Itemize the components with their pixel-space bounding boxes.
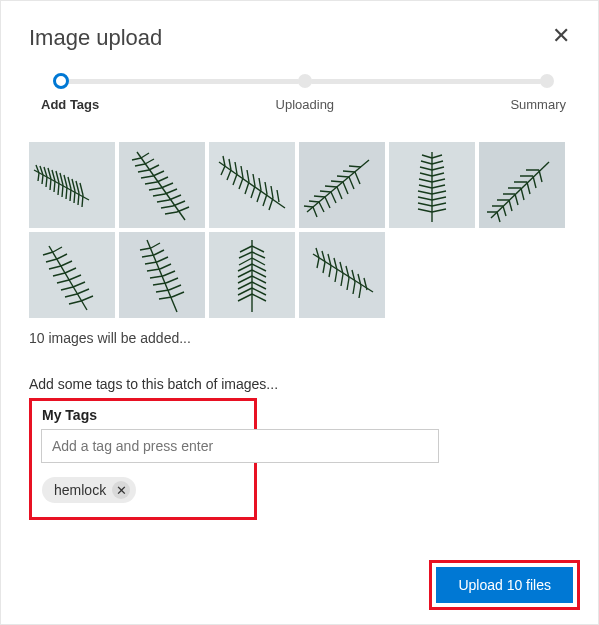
step-line xyxy=(67,79,300,84)
close-button[interactable]: ✕ xyxy=(544,21,578,51)
tag-remove-button[interactable]: ✕ xyxy=(112,481,130,499)
upload-button-highlight: Upload 10 files xyxy=(429,560,580,610)
dialog-header: Image upload ✕ xyxy=(29,21,578,51)
upload-button[interactable]: Upload 10 files xyxy=(436,567,573,603)
tag-prompt-text: Add some tags to this batch of images... xyxy=(29,376,578,392)
step-label-add-tags: Add Tags xyxy=(41,97,99,112)
stepper-labels: Add Tags Uploading Summary xyxy=(41,97,566,112)
image-thumbnail[interactable] xyxy=(119,142,205,228)
my-tags-title: My Tags xyxy=(42,407,244,423)
close-icon: ✕ xyxy=(116,484,127,497)
image-thumbnail[interactable] xyxy=(299,232,385,318)
progress-stepper xyxy=(55,73,552,89)
image-thumbnail[interactable] xyxy=(29,142,115,228)
image-thumbnail[interactable] xyxy=(209,142,295,228)
dialog-title: Image upload xyxy=(29,25,162,51)
image-upload-dialog: Image upload ✕ Add Tags Uploading Summar… xyxy=(1,1,598,624)
svg-rect-3 xyxy=(299,142,385,228)
my-tags-section: My Tags hemlock ✕ xyxy=(29,398,257,520)
svg-rect-1 xyxy=(119,142,205,228)
step-dot-uploading xyxy=(298,74,312,88)
svg-rect-5 xyxy=(479,142,565,228)
image-thumbnail[interactable] xyxy=(209,232,295,318)
image-thumbnail[interactable] xyxy=(119,232,205,318)
image-thumbnails xyxy=(29,142,578,318)
image-thumbnail[interactable] xyxy=(299,142,385,228)
step-label-summary: Summary xyxy=(510,97,566,112)
svg-rect-0 xyxy=(29,142,115,228)
tag-chip-label: hemlock xyxy=(54,482,106,498)
step-label-uploading: Uploading xyxy=(276,97,335,112)
svg-rect-6 xyxy=(29,232,115,318)
image-thumbnail[interactable] xyxy=(29,232,115,318)
step-dot-add-tags xyxy=(53,73,69,89)
image-count-text: 10 images will be added... xyxy=(29,330,578,346)
step-line xyxy=(310,79,543,84)
image-thumbnail[interactable] xyxy=(389,142,475,228)
step-dot-summary xyxy=(540,74,554,88)
close-icon: ✕ xyxy=(552,23,570,48)
image-thumbnail[interactable] xyxy=(479,142,565,228)
tag-chip[interactable]: hemlock ✕ xyxy=(42,477,136,503)
svg-rect-9 xyxy=(299,232,385,318)
tag-input[interactable] xyxy=(41,429,439,463)
